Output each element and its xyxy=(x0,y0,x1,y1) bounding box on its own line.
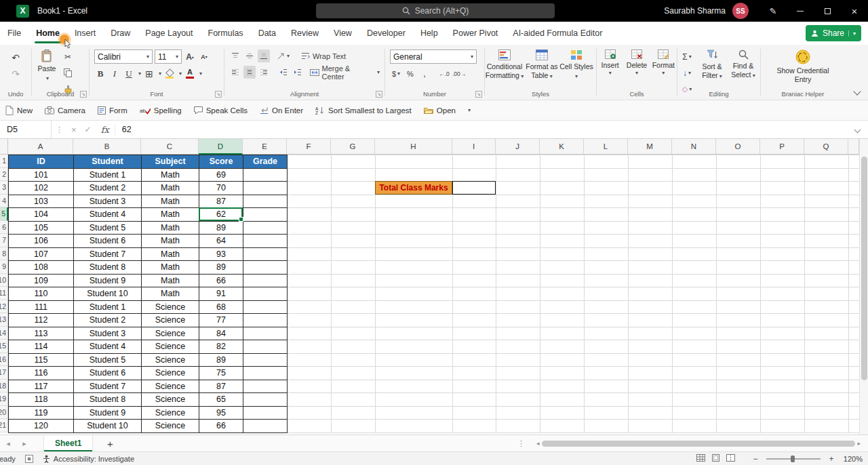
ribbon-tab-view[interactable]: View xyxy=(326,22,359,45)
namebox-splitter[interactable]: ⋮ xyxy=(52,125,67,134)
borders-button[interactable] xyxy=(143,67,155,80)
total-class-marks-cell[interactable]: Total Class Marks xyxy=(375,181,452,195)
cell-C4[interactable]: Math xyxy=(142,195,199,209)
cell-B7[interactable]: Student 6 xyxy=(74,235,142,248)
row-header-4[interactable]: 4 xyxy=(0,195,8,208)
next-sheet-icon[interactable]: ▸ xyxy=(16,435,33,451)
share-button[interactable]: Share ▾ xyxy=(806,25,861,41)
cell-A5[interactable]: 104 xyxy=(9,208,74,222)
cell-E12[interactable] xyxy=(243,301,288,315)
row-header-5[interactable]: 5 xyxy=(0,207,8,221)
number-dialog-launcher[interactable] xyxy=(475,91,482,98)
ribbon-tab-review[interactable]: Review xyxy=(283,22,326,45)
cell-E10[interactable] xyxy=(243,275,288,288)
cell-E18[interactable] xyxy=(243,380,288,394)
cell-C20[interactable]: Science xyxy=(142,407,199,420)
cell-D14[interactable]: 84 xyxy=(199,327,243,341)
row-header-2[interactable]: 2 xyxy=(0,168,8,182)
cell-C7[interactable]: Math xyxy=(142,235,199,248)
italic-button[interactable]: I xyxy=(108,67,121,80)
cell-C11[interactable]: Math xyxy=(142,287,199,301)
orientation-button[interactable]: ▾ xyxy=(277,49,290,62)
expand-formula-bar-icon[interactable] xyxy=(854,126,861,133)
column-header-B[interactable]: B xyxy=(73,139,141,155)
table-header-subject[interactable]: Subject xyxy=(142,155,199,169)
cell-D6[interactable]: 89 xyxy=(199,222,243,235)
column-header-N[interactable]: N xyxy=(672,139,716,155)
cell-A17[interactable]: 116 xyxy=(9,367,74,380)
table-header-student[interactable]: Student xyxy=(74,155,142,169)
fill-color-button[interactable] xyxy=(163,67,176,80)
cell-B8[interactable]: Student 7 xyxy=(74,248,142,262)
cell-B5[interactable]: Student 4 xyxy=(74,208,142,222)
accessibility-icon[interactable] xyxy=(43,455,50,463)
cell-B12[interactable]: Student 1 xyxy=(74,301,142,315)
cell-A13[interactable]: 112 xyxy=(9,314,74,327)
cell-B2[interactable]: Student 1 xyxy=(74,169,142,182)
cell-E11[interactable] xyxy=(243,287,288,301)
ribbon-tab-data[interactable]: Data xyxy=(251,22,283,45)
row-header-10[interactable]: 10 xyxy=(0,274,8,287)
cell-C3[interactable]: Math xyxy=(142,182,199,195)
cell-C10[interactable]: Math xyxy=(142,275,199,288)
fill-button[interactable]: ▾ xyxy=(681,66,693,79)
cell-B19[interactable]: Student 8 xyxy=(74,393,142,407)
ribbon-tab-file[interactable]: File xyxy=(0,22,28,45)
cell-E16[interactable] xyxy=(243,354,288,367)
cell-E20[interactable] xyxy=(243,407,288,420)
row-header-1[interactable]: 1 xyxy=(0,155,8,168)
cell-B15[interactable]: Student 4 xyxy=(74,340,142,354)
table-header-grade[interactable]: Grade xyxy=(243,155,288,169)
cell-D10[interactable]: 66 xyxy=(199,275,243,288)
insert-function-icon[interactable]: fx xyxy=(96,125,115,135)
cell-A7[interactable]: 106 xyxy=(9,235,74,248)
decrease-font-button[interactable]: A▾ xyxy=(198,50,210,63)
cell-A11[interactable]: 110 xyxy=(9,287,74,301)
font-color-dropdown-icon[interactable]: ▾ xyxy=(199,70,202,77)
qat-overflow-button[interactable]: ▾ xyxy=(468,107,471,113)
cell-C12[interactable]: Science xyxy=(142,301,199,315)
column-header-G[interactable]: G xyxy=(331,139,375,155)
spreadsheet-grid[interactable]: IDStudentSubjectScoreGrade101Student 1Ma… xyxy=(0,139,859,434)
cell-A19[interactable]: 118 xyxy=(9,393,74,407)
select-all-corner[interactable] xyxy=(0,139,8,155)
cell-C2[interactable]: Math xyxy=(142,169,199,182)
cell-B3[interactable]: Student 2 xyxy=(74,182,142,195)
cell-D11[interactable]: 91 xyxy=(199,287,243,301)
qat-spelling[interactable]: abSpelling xyxy=(140,106,182,115)
ink-icon[interactable]: ✎ xyxy=(760,0,787,22)
row-header-18[interactable]: 18 xyxy=(0,380,8,393)
cell-C17[interactable]: Science xyxy=(142,367,199,380)
ribbon-tab-power-pivot[interactable]: Power Pivot xyxy=(446,22,506,45)
cell-E19[interactable] xyxy=(243,393,288,407)
cell-B16[interactable]: Student 5 xyxy=(74,354,142,367)
horizontal-scrollbar[interactable]: ◂ ▸ xyxy=(534,439,863,447)
row-header-7[interactable]: 7 xyxy=(0,234,8,247)
column-header-J[interactable]: J xyxy=(496,139,540,155)
row-header-14[interactable]: 14 xyxy=(0,327,8,340)
cell-A10[interactable]: 109 xyxy=(9,275,74,288)
page-break-view-button[interactable] xyxy=(726,454,735,463)
cell-C8[interactable]: Math xyxy=(142,248,199,262)
cell-A6[interactable]: 105 xyxy=(9,222,74,235)
zoom-slider[interactable] xyxy=(766,455,821,463)
ribbon-tab-insert[interactable]: Insert xyxy=(67,22,103,45)
cell-E21[interactable] xyxy=(243,420,288,433)
cell-D17[interactable]: 75 xyxy=(199,367,243,380)
cell-D20[interactable]: 95 xyxy=(199,407,243,420)
wrap-text-button[interactable]: Wrap Text xyxy=(301,49,346,62)
copy-button[interactable] xyxy=(62,66,74,79)
ribbon-tab-draw[interactable]: Draw xyxy=(103,22,138,45)
row-header-21[interactable]: 21 xyxy=(0,419,8,432)
cell-C14[interactable]: Science xyxy=(142,327,199,341)
cell-C9[interactable]: Math xyxy=(142,261,199,275)
row-header-16[interactable]: 16 xyxy=(0,353,8,367)
column-header-I[interactable]: I xyxy=(452,139,496,155)
align-center-button[interactable] xyxy=(243,66,256,79)
cell-C19[interactable]: Science xyxy=(142,393,199,407)
font-color-button[interactable]: A xyxy=(184,67,196,80)
cell-D13[interactable]: 77 xyxy=(199,314,243,327)
ribbon-tab-formulas[interactable]: Formulas xyxy=(201,22,251,45)
column-header-M[interactable]: M xyxy=(628,139,672,155)
cell-E14[interactable] xyxy=(243,327,288,341)
